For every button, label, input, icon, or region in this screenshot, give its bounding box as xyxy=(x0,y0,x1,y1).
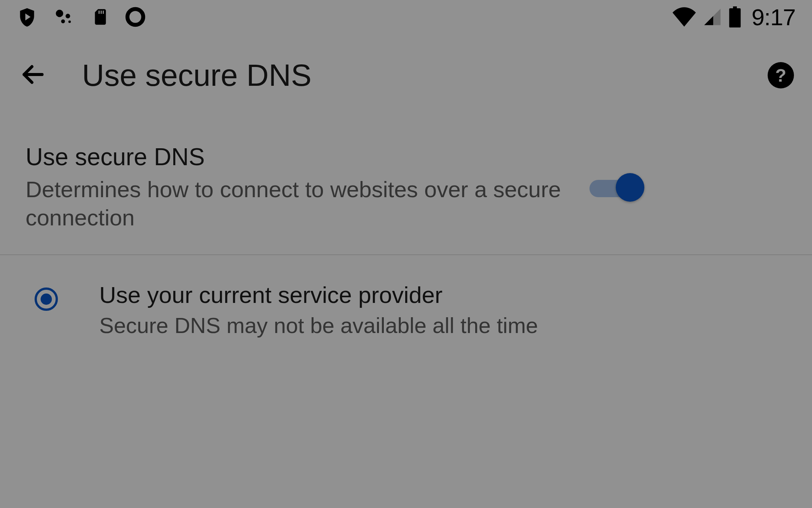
settings-content: Use secure DNS Determines how to connect… xyxy=(0,117,812,353)
setting-text: Use secure DNS Determines how to connect… xyxy=(26,143,574,232)
use-secure-dns-setting[interactable]: Use secure DNS Determines how to connect… xyxy=(0,132,812,255)
toggle-thumb xyxy=(616,173,644,202)
help-button[interactable]: ? xyxy=(768,62,794,88)
svg-point-1 xyxy=(65,14,70,18)
back-button[interactable] xyxy=(18,60,48,90)
app-bar: Use secure DNS ? xyxy=(0,34,812,117)
radio-button[interactable] xyxy=(35,287,58,311)
status-clock: 9:17 xyxy=(751,4,795,30)
provider-option-current[interactable]: Use your current service provider Secure… xyxy=(0,255,812,353)
setting-title: Use secure DNS xyxy=(26,143,574,171)
battery-icon xyxy=(729,6,741,27)
circle-icon xyxy=(125,6,146,27)
status-right-group: 9:17 xyxy=(673,4,795,30)
wifi-icon xyxy=(673,7,696,27)
status-left-group xyxy=(17,6,146,27)
cellular-signal-icon xyxy=(703,7,722,27)
svg-point-3 xyxy=(68,21,71,23)
option-text: Use your current service provider Secure… xyxy=(99,281,786,338)
arrow-back-icon xyxy=(20,61,47,90)
option-title: Use your current service provider xyxy=(99,281,786,308)
setting-description: Determines how to connect to websites ov… xyxy=(26,175,574,232)
svg-point-2 xyxy=(61,20,65,23)
sd-card-icon xyxy=(90,6,109,27)
page-title: Use secure DNS xyxy=(82,58,734,93)
play-protect-icon xyxy=(17,6,38,27)
help-icon: ? xyxy=(775,65,786,86)
assistant-icon xyxy=(53,6,74,27)
use-secure-dns-toggle[interactable] xyxy=(589,173,642,202)
svg-point-0 xyxy=(56,10,64,17)
option-description: Secure DNS may not be available all the … xyxy=(99,313,786,338)
svg-point-4 xyxy=(127,9,143,25)
status-bar: 9:17 xyxy=(0,0,812,34)
radio-checked-icon xyxy=(41,294,52,305)
